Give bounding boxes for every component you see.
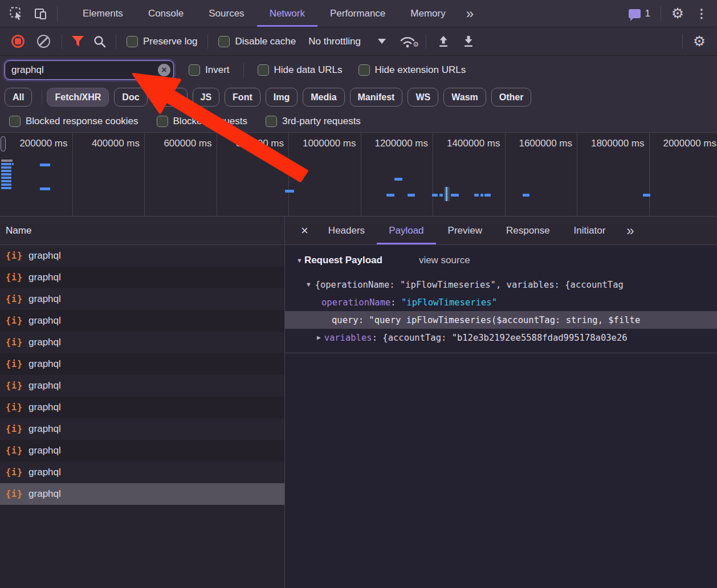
close-panel-icon[interactable]: × — [293, 217, 316, 244]
payload-root-row[interactable]: ▼ {operationName: "ipFlowTimeseries", va… — [285, 276, 717, 293]
payload-query-row[interactable]: query: "query ipFlowTimeseries($accountT… — [285, 311, 717, 329]
preserve-log-checkbox[interactable] — [127, 36, 138, 47]
tab-network[interactable]: Network — [257, 0, 317, 27]
devtools-window: ElementsConsoleSourcesNetworkPerformance… — [0, 0, 717, 588]
detail-tab-initiator[interactable]: Initiator — [562, 217, 618, 244]
blocked-requests-checkbox[interactable] — [157, 116, 168, 127]
export-har-icon[interactable] — [456, 35, 481, 48]
request-row[interactable]: {i}graphql — [0, 288, 284, 310]
more-tabs-icon[interactable]: » — [458, 0, 480, 27]
filter-icon[interactable] — [67, 35, 88, 47]
request-row[interactable]: {i}graphql — [0, 267, 284, 288]
blocked-cookies-checkbox[interactable] — [9, 116, 21, 127]
waterfall-bar — [484, 194, 491, 197]
payload-key: operationName — [321, 297, 390, 308]
throttling-select[interactable]: No throttling — [308, 36, 386, 47]
payload-operation-row[interactable]: operationName: "ipFlowTimeseries" — [285, 293, 717, 311]
detail-tab-headers[interactable]: Headers — [316, 217, 377, 244]
request-name: graphql — [28, 445, 61, 456]
filter-chip-font[interactable]: Font — [225, 88, 260, 107]
request-row[interactable]: {i}graphql — [0, 397, 284, 418]
payload-variables-row[interactable]: ▶ variables: {accountTag: "b12e3b2192ee5… — [285, 329, 717, 346]
detail-tab-payload[interactable]: Payload — [377, 217, 435, 244]
invert-checkbox[interactable] — [189, 64, 200, 76]
tab-console[interactable]: Console — [136, 0, 196, 27]
filter-chip-wasm[interactable]: Wasm — [443, 88, 486, 107]
request-row[interactable]: {i}graphql — [0, 332, 284, 353]
detail-tab-response[interactable]: Response — [494, 217, 562, 244]
waterfall-bar — [12, 163, 14, 165]
tab-sources[interactable]: Sources — [196, 0, 256, 27]
payload-view: ▼ Request Payload view source ▼ {operati… — [285, 245, 717, 588]
more-detail-tabs-icon[interactable]: » — [618, 217, 641, 244]
request-row[interactable]: {i}graphql — [0, 418, 284, 440]
filter-chip-doc[interactable]: Doc — [114, 88, 147, 107]
filter-input[interactable] — [5, 60, 174, 80]
message-count: 1 — [645, 8, 650, 19]
filter-chip-other[interactable]: Other — [491, 88, 532, 107]
filter-chip-ws[interactable]: WS — [408, 88, 438, 107]
waterfall-bar — [439, 194, 443, 197]
request-row[interactable]: {i}graphql — [0, 310, 284, 332]
menu-icon[interactable]: ⋮ — [690, 7, 714, 21]
disable-cache-checkbox[interactable] — [218, 36, 230, 47]
collapse-icon[interactable]: ▼ — [307, 281, 311, 288]
tab-memory[interactable]: Memory — [398, 0, 458, 27]
request-name: graphql — [28, 423, 61, 435]
waterfall-bar — [432, 194, 438, 197]
detail-tab-preview[interactable]: Preview — [436, 217, 494, 244]
section-collapse-icon[interactable]: ▼ — [296, 257, 303, 264]
expand-icon[interactable]: ▶ — [317, 334, 321, 341]
filter-chip-css[interactable]: CSS — [153, 88, 188, 107]
clear-filter-icon[interactable]: × — [158, 64, 170, 76]
request-row[interactable]: {i}graphql — [0, 462, 284, 483]
request-name: graphql — [28, 293, 61, 305]
record-button[interactable] — [11, 35, 25, 48]
third-party-label: 3rd-party requests — [282, 116, 361, 127]
hide-data-urls-checkbox[interactable] — [258, 64, 269, 76]
requests-list: {i}graphql{i}graphql{i}graphql{i}graphql… — [0, 245, 284, 505]
search-icon[interactable] — [88, 35, 111, 48]
request-name: graphql — [28, 402, 61, 413]
request-row[interactable]: {i}graphql — [0, 353, 284, 375]
network-conditions-icon[interactable]: ⚙ — [394, 34, 421, 49]
waterfall-bar — [1, 173, 11, 175]
view-source-link[interactable]: view source — [419, 255, 470, 266]
clear-button[interactable] — [37, 35, 50, 48]
json-request-icon: {i} — [6, 359, 23, 369]
third-party-checkbox[interactable] — [266, 116, 277, 127]
payload-key: variables — [324, 333, 372, 343]
device-toolbar-icon[interactable] — [28, 0, 52, 27]
main-toolbar: ElementsConsoleSourcesNetworkPerformance… — [0, 0, 717, 27]
hide-extension-urls-checkbox[interactable] — [358, 64, 370, 76]
request-row[interactable]: {i}graphql — [0, 440, 284, 462]
filter-chip-all[interactable]: All — [5, 88, 32, 107]
filter-chip-img[interactable]: Img — [266, 88, 298, 107]
filter-chip-js[interactable]: JS — [193, 88, 220, 107]
waterfall-bar — [1, 160, 13, 162]
json-request-icon: {i} — [6, 294, 23, 304]
network-toolbar: Preserve log Disable cache No throttling… — [0, 27, 717, 56]
waterfall-bar — [394, 178, 402, 181]
tab-elements[interactable]: Elements — [70, 0, 136, 27]
request-row[interactable]: {i}graphql — [0, 483, 284, 505]
request-row[interactable]: {i}graphql — [0, 375, 284, 397]
payload-value: "ipFlowTimeseries" — [401, 297, 497, 308]
settings-icon[interactable]: ⚙ — [666, 5, 690, 22]
waterfall-bar — [1, 180, 11, 182]
filter-chip-media[interactable]: Media — [303, 88, 344, 107]
timeline-overview[interactable]: 200000 ms400000 ms600000 ms800000 ms1000… — [0, 132, 717, 217]
name-column-header[interactable]: Name — [0, 217, 284, 245]
tab-performance[interactable]: Performance — [317, 0, 398, 27]
inspect-icon[interactable] — [5, 0, 28, 27]
request-row[interactable]: {i}graphql — [0, 245, 284, 267]
filter-chip-fetch-xhr[interactable]: Fetch/XHR — [47, 88, 109, 107]
waterfall-bar — [1, 177, 11, 179]
import-har-icon[interactable] — [431, 35, 456, 48]
divider — [426, 34, 426, 49]
payload-value: "query ipFlowTimeseries($accountTag: str… — [369, 315, 640, 325]
filter-chip-manifest[interactable]: Manifest — [350, 88, 403, 107]
console-messages-icon[interactable]: 1 — [623, 8, 656, 19]
network-settings-icon[interactable]: ⚙ — [687, 33, 711, 50]
json-request-icon: {i} — [6, 424, 23, 434]
